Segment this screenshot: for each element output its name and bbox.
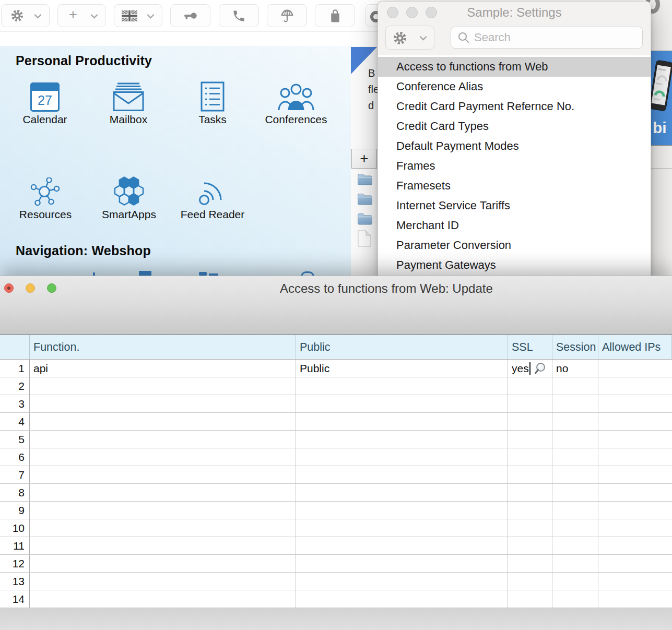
cell-session[interactable] (552, 466, 598, 483)
cell-function[interactable] (30, 502, 296, 519)
cell-public[interactable] (296, 448, 508, 466)
cell-public[interactable] (296, 573, 508, 590)
row-number[interactable]: 5 (0, 431, 30, 448)
cell-session[interactable] (552, 573, 598, 590)
cell-function[interactable] (30, 377, 296, 395)
cell-allowed-ips[interactable] (598, 590, 672, 608)
app-item-conferences[interactable]: Conferences (255, 79, 337, 126)
cell-session[interactable] (552, 377, 598, 395)
gear-dropdown-button[interactable] (1, 4, 50, 27)
cell-public[interactable] (296, 555, 508, 572)
row-number[interactable]: 7 (0, 466, 30, 483)
settings-list-item[interactable]: Frames (378, 156, 651, 176)
language-dropdown-button[interactable] (114, 4, 162, 27)
cell-ssl[interactable] (508, 431, 552, 448)
cell-session[interactable] (552, 590, 598, 608)
cell-public[interactable] (296, 466, 508, 483)
cell-public[interactable] (296, 484, 508, 501)
row-number[interactable]: 12 (0, 555, 30, 572)
cell-session[interactable] (552, 537, 598, 554)
app-item-feed-reader[interactable]: Feed Reader (171, 174, 254, 221)
settings-list-item[interactable]: Access to functions from Web (378, 57, 651, 77)
cell-public[interactable] (296, 502, 508, 519)
cell-ssl[interactable]: yes (508, 360, 552, 377)
app-item-resources[interactable]: Resources (4, 174, 87, 221)
add-item-button[interactable]: + (351, 149, 377, 169)
row-number[interactable]: 8 (0, 484, 30, 501)
zoom-button[interactable] (47, 283, 56, 293)
document-icon[interactable] (358, 230, 371, 247)
cell-allowed-ips[interactable] (598, 431, 672, 448)
cell-session[interactable] (552, 431, 598, 448)
cell-function[interactable] (30, 590, 296, 608)
cell-ssl[interactable] (508, 413, 552, 430)
row-number[interactable]: 1 (0, 360, 30, 377)
app-item-calendar[interactable]: 27 Calendar (4, 79, 86, 126)
umbrella-button[interactable] (267, 4, 307, 27)
column-header-function[interactable]: Function. (30, 335, 296, 359)
column-header-ssl[interactable]: SSL (508, 335, 552, 359)
cell-function[interactable] (30, 573, 296, 590)
close-button[interactable] (4, 283, 14, 293)
cell-function[interactable] (30, 448, 296, 466)
cell-ssl[interactable] (508, 537, 552, 554)
cell-ssl[interactable] (508, 448, 552, 466)
cell-public[interactable] (296, 537, 508, 554)
settings-list-item[interactable]: Default Payment Modes (378, 136, 651, 156)
settings-list-item[interactable]: Parameter Conversion (378, 235, 651, 255)
cell-ssl[interactable] (508, 484, 552, 501)
column-header-public[interactable]: Public (296, 335, 508, 359)
cell-allowed-ips[interactable] (598, 555, 672, 572)
folder-icon[interactable] (357, 172, 373, 185)
cell-function[interactable]: api (30, 360, 296, 377)
cell-ssl[interactable] (508, 502, 552, 519)
settings-list-item[interactable]: Merchant ID (378, 216, 651, 235)
cell-allowed-ips[interactable] (598, 537, 672, 554)
cell-public[interactable] (296, 431, 508, 448)
folder-icon[interactable] (357, 192, 373, 205)
cell-function[interactable] (30, 537, 296, 554)
cell-public[interactable] (296, 377, 508, 395)
cell-function[interactable] (30, 413, 296, 430)
cell-allowed-ips[interactable] (598, 448, 672, 466)
row-number[interactable]: 13 (0, 573, 30, 590)
column-header-allowed-ips[interactable]: Allowed IPs (598, 335, 672, 359)
cell-function[interactable] (30, 555, 296, 572)
cell-allowed-ips[interactable] (598, 484, 672, 501)
cell-allowed-ips[interactable] (598, 377, 672, 395)
settings-list-item[interactable]: Conference Alias (378, 77, 651, 97)
key-button[interactable] (170, 4, 210, 27)
row-number[interactable]: 6 (0, 448, 30, 466)
cell-allowed-ips[interactable] (598, 395, 672, 412)
cell-public[interactable] (296, 395, 508, 412)
row-number[interactable]: 14 (0, 590, 30, 608)
cell-session[interactable] (552, 448, 598, 466)
cell-ssl[interactable] (508, 395, 552, 412)
column-header-session[interactable]: Session (552, 335, 598, 359)
cell-ssl[interactable] (508, 555, 552, 572)
cell-ssl[interactable] (508, 573, 552, 590)
cell-ssl[interactable] (508, 590, 552, 608)
settings-list-item[interactable]: Payment Gateways (378, 255, 651, 275)
cell-allowed-ips[interactable] (598, 573, 672, 590)
cell-function[interactable] (30, 431, 296, 448)
row-number[interactable]: 2 (0, 377, 30, 395)
cell-session[interactable] (552, 395, 598, 412)
app-item-tasks[interactable]: Tasks (171, 79, 254, 126)
cell-session[interactable] (552, 502, 598, 519)
cell-allowed-ips[interactable] (598, 413, 672, 430)
cell-function[interactable] (30, 466, 296, 483)
cell-public[interactable]: Public (296, 360, 508, 377)
settings-list-item[interactable]: Credit Card Payment Refernce No. (378, 97, 651, 116)
row-number[interactable]: 4 (0, 413, 30, 430)
search-input[interactable] (451, 27, 643, 49)
row-number[interactable]: 9 (0, 502, 30, 519)
settings-list-item[interactable]: Framesets (378, 176, 651, 196)
lookup-magnifier-icon[interactable] (533, 362, 547, 375)
row-number[interactable]: 3 (0, 395, 30, 412)
add-dropdown-button[interactable]: + (57, 4, 106, 27)
settings-titlebar[interactable]: Sample: Settings (378, 2, 651, 23)
cell-function[interactable] (30, 484, 296, 501)
cell-public[interactable] (296, 413, 508, 430)
settings-gear-dropdown[interactable] (385, 26, 434, 50)
